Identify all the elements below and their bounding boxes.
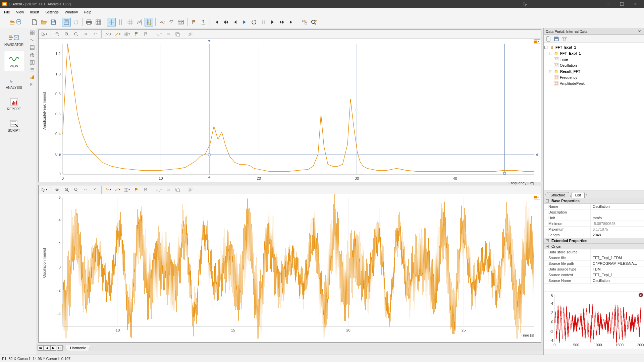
c1-zoomin-icon[interactable] bbox=[53, 30, 62, 39]
sheet-prev-icon[interactable]: ◀ bbox=[44, 345, 50, 351]
maximize-button[interactable] bbox=[615, 0, 629, 8]
vs-list-icon[interactable] bbox=[29, 66, 36, 73]
export-icon[interactable] bbox=[199, 18, 208, 26]
dp-close-icon[interactable]: ✕ bbox=[637, 29, 642, 34]
nav-navigator[interactable]: NAVIGATOR bbox=[4, 29, 24, 50]
go-first-icon[interactable] bbox=[212, 18, 221, 26]
c1-legend-icon[interactable]: ▭ bbox=[164, 30, 172, 39]
cursor-curve-icon[interactable] bbox=[158, 18, 166, 26]
cursor-table-icon[interactable]: 123 bbox=[176, 18, 185, 26]
cursor-minmax-icon[interactable] bbox=[135, 18, 144, 26]
c1-fit-icon[interactable]: ▾ bbox=[154, 30, 163, 39]
c1-outline-icon[interactable]: ▾ bbox=[104, 30, 112, 39]
play-icon[interactable] bbox=[240, 18, 249, 26]
step-fwd-icon[interactable] bbox=[268, 18, 277, 26]
c2-clearmarker-icon[interactable] bbox=[141, 185, 150, 194]
c1-sound-icon[interactable]: 🔊 bbox=[186, 30, 195, 39]
preview-mute-icon[interactable]: 🔇 bbox=[638, 293, 643, 297]
c2-outline-icon[interactable]: ▾ bbox=[104, 185, 112, 194]
nav-analysis[interactable]: fx ANALYSIS bbox=[4, 72, 24, 93]
menu-settings[interactable]: Settings bbox=[43, 9, 61, 15]
flag-marker-icon[interactable] bbox=[190, 18, 198, 26]
nav-view[interactable]: VIEW bbox=[4, 51, 24, 71]
pause-icon[interactable] bbox=[259, 18, 268, 26]
c1-grid-icon[interactable]: ▾ bbox=[122, 30, 131, 39]
vs-col-icon[interactable] bbox=[29, 59, 36, 66]
vs-wave-icon[interactable] bbox=[29, 37, 36, 44]
c2-zoomreset-icon[interactable] bbox=[72, 185, 80, 194]
vs-func-icon[interactable]: F bbox=[29, 81, 36, 88]
close-button[interactable]: ✕ bbox=[629, 0, 642, 8]
c2-reset-icon[interactable]: ↶ bbox=[91, 185, 99, 194]
step-back-icon[interactable] bbox=[231, 18, 239, 26]
c2-fit-icon[interactable]: ▾ bbox=[154, 185, 163, 194]
sheet-tab-harmonic[interactable]: Harmonic bbox=[66, 345, 90, 351]
refresh-icon[interactable] bbox=[71, 18, 80, 26]
c2-legend-toggle[interactable]: ✓ bbox=[534, 195, 540, 199]
dp-tab-list[interactable]: List bbox=[572, 192, 585, 198]
c2-legend-icon[interactable]: ▭ bbox=[164, 185, 172, 194]
menu-view[interactable]: View bbox=[13, 9, 27, 15]
vs-grid-icon[interactable] bbox=[29, 29, 36, 36]
c1-pan-icon[interactable]: ⇔ bbox=[81, 30, 90, 39]
c2-sound-icon[interactable]: 🔊 bbox=[186, 185, 195, 194]
vs-3d-icon[interactable] bbox=[29, 52, 36, 58]
nav-drawer-icon[interactable] bbox=[10, 18, 21, 26]
open-file-icon[interactable] bbox=[40, 18, 48, 26]
new-file-icon[interactable] bbox=[30, 18, 39, 26]
sheet-next-icon[interactable]: ▶ bbox=[50, 345, 56, 351]
c2-grid-icon[interactable]: ▾ bbox=[122, 185, 131, 194]
cursor-crosshair-icon[interactable] bbox=[107, 18, 116, 26]
c2-marker-icon[interactable] bbox=[132, 185, 141, 194]
property-grid[interactable]: −Base Properties NameOscillationDescript… bbox=[544, 198, 644, 292]
c1-copy-icon[interactable] bbox=[173, 30, 182, 39]
c1-clearmarker-icon[interactable] bbox=[141, 30, 150, 39]
layout-mode-icon[interactable] bbox=[62, 18, 71, 26]
menu-insert[interactable]: Insert bbox=[27, 9, 42, 15]
menu-window[interactable]: Window bbox=[62, 9, 80, 15]
c2-pan-icon[interactable]: ⇔ bbox=[81, 185, 90, 194]
c1-zoomout-icon[interactable] bbox=[62, 30, 71, 39]
loop-icon[interactable] bbox=[250, 18, 258, 26]
save-file-icon[interactable] bbox=[49, 18, 58, 26]
svg-text:2: 2 bbox=[58, 242, 60, 246]
sync-cursors-icon[interactable] bbox=[300, 18, 309, 26]
sheet-last-icon[interactable]: ⏭ bbox=[57, 345, 63, 351]
cursor-xy-icon[interactable]: xy bbox=[167, 18, 176, 26]
go-last-icon[interactable] bbox=[287, 18, 296, 26]
dp-filter-icon[interactable] bbox=[561, 36, 568, 42]
dp-save-icon[interactable] bbox=[553, 36, 560, 42]
c2-line-icon[interactable]: ▾ bbox=[113, 185, 122, 194]
print-icon[interactable] bbox=[85, 18, 93, 26]
cursor-grid-icon[interactable] bbox=[126, 18, 135, 26]
rewind-icon[interactable] bbox=[221, 18, 230, 26]
datafinder-icon[interactable] bbox=[310, 18, 318, 26]
cursor-band-icon[interactable] bbox=[116, 18, 125, 26]
c1-zoomreset-icon[interactable] bbox=[72, 30, 80, 39]
c1-reset-icon[interactable]: ↶ bbox=[91, 30, 99, 39]
dp-tree[interactable]: −🗎FFT_Expl_1 −📁FFT_Expl_1 123Time 123Osc… bbox=[544, 43, 644, 190]
c2-zoomout-icon[interactable] bbox=[62, 185, 71, 194]
c1-marker-icon[interactable] bbox=[132, 30, 141, 39]
fast-fwd-icon[interactable] bbox=[278, 18, 286, 26]
dp-newpage-icon[interactable] bbox=[545, 36, 552, 42]
cursor-harmonic-icon[interactable] bbox=[145, 18, 153, 26]
c2-select-icon[interactable]: ▾ bbox=[40, 185, 49, 194]
c2-copy-icon[interactable] bbox=[173, 185, 182, 194]
c1-legend-toggle[interactable]: ✓ bbox=[534, 39, 540, 44]
c1-line-icon[interactable]: ▾ bbox=[113, 30, 122, 39]
minimize-button[interactable]: ─ bbox=[602, 0, 615, 8]
menu-file[interactable]: File bbox=[1, 9, 13, 15]
menu-help[interactable]: Help bbox=[81, 9, 94, 15]
c2-zoomin-icon[interactable] bbox=[53, 185, 62, 194]
vs-bar-icon[interactable] bbox=[29, 74, 36, 80]
fft-chart-area[interactable]: ▾ ⇔ ↶ ▾ ▾ ▾ ▾ ▭ 🔊 ✓ bbox=[38, 29, 541, 182]
c1-select-icon[interactable]: ▾ bbox=[40, 30, 49, 39]
nav-script[interactable]: SCRIPT bbox=[4, 115, 24, 135]
dp-tab-structure[interactable]: Structure bbox=[547, 192, 569, 198]
table-icon[interactable] bbox=[94, 18, 103, 26]
vs-table-icon[interactable] bbox=[29, 44, 36, 51]
time-chart-area[interactable]: ▾ ⇔ ↶ ▾ ▾ ▾ ▾ ▭ 🔊 ✓ bbox=[38, 185, 541, 343]
sheet-first-icon[interactable]: ⏮ bbox=[38, 345, 44, 351]
nav-report[interactable]: REPORT bbox=[4, 94, 24, 114]
